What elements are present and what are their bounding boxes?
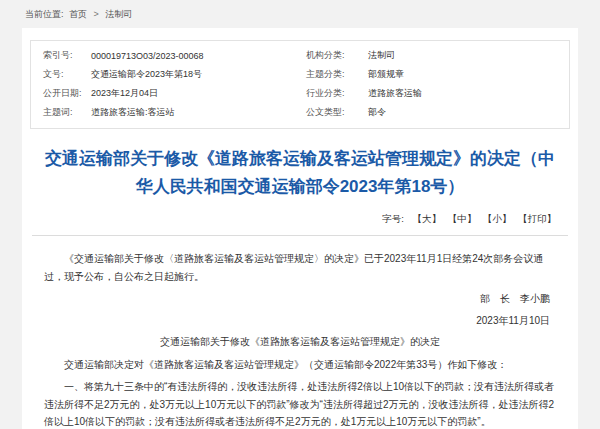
amendment-item-1: 一、将第九十三条中的“有违法所得的，没收违法所得，处违法所得2倍以上10倍以下的…: [44, 378, 556, 429]
minister-signature: 部 长 李小鹏: [44, 290, 556, 308]
font-size-large-button[interactable]: 【大】: [413, 213, 442, 224]
meta-value-doc-number: 交通运输部令2023年第18号: [91, 68, 306, 81]
document-meta-table: 索引号: 000019713O03/2023-00068 机构分类: 法制司 文…: [30, 40, 570, 129]
meta-row-index-number: 索引号: 000019713O03/2023-00068 机构分类: 法制司: [31, 46, 569, 65]
meta-value-keywords: 道路旅客运输:客运站: [91, 106, 306, 119]
meta-label-doc-number: 文号:: [31, 68, 91, 81]
breadcrumb-section-link[interactable]: 法制司: [105, 9, 132, 19]
page-title: 交通运输部关于修改《道路旅客运输及客运站管理规定》的决定（中华人民共和国交通运输…: [44, 145, 556, 201]
breadcrumb-home-link[interactable]: 首页: [69, 9, 87, 19]
announcement-paragraph: 《交通运输部关于修改〈道路旅客运输及客运站管理规定〉的决定》已于2023年11月…: [44, 250, 556, 285]
meta-value-topic-category: 部颁规章: [368, 68, 569, 81]
decision-subtitle: 交通运输部关于修改《道路旅客运输及客运站管理规定》的决定: [44, 333, 556, 351]
meta-label-keywords: 主题词:: [31, 106, 91, 119]
font-size-medium-button[interactable]: 【中】: [448, 213, 477, 224]
font-size-small-button[interactable]: 【小】: [483, 213, 512, 224]
breadcrumb-separator: >: [94, 9, 99, 19]
meta-value-industry-category: 道路旅客运输: [368, 87, 569, 100]
meta-row-keywords: 主题词: 道路旅客运输:客运站 公文类型: 部令: [31, 103, 569, 122]
breadcrumb: 当前位置: 首页 > 法制司: [0, 0, 600, 28]
document-body: 《交通运输部关于修改〈道路旅客运输及客运站管理规定〉的决定》已于2023年11月…: [30, 236, 570, 429]
meta-label-industry-category: 行业分类:: [306, 87, 368, 100]
font-size-label: 字号:: [382, 213, 404, 224]
meta-value-publish-date: 2023年12月04日: [91, 87, 306, 100]
intro-paragraph: 交通运输部决定对《道路旅客运输及客运站管理规定》（交通运输部令2022年第33号…: [44, 356, 556, 374]
signature-date: 2023年11月10日: [44, 312, 556, 330]
font-size-controls: 字号: 【大】 【中】 【小】 【打印】: [32, 213, 568, 236]
meta-value-index-number: 000019713O03/2023-00068: [91, 51, 306, 61]
meta-row-doc-number: 文号: 交通运输部令2023年第18号 主题分类: 部颁规章: [31, 65, 569, 84]
meta-label-publish-date: 公开日期:: [31, 87, 91, 100]
meta-label-doc-type: 公文类型:: [306, 106, 368, 119]
meta-row-publish-date: 公开日期: 2023年12月04日 行业分类: 道路旅客运输: [31, 84, 569, 103]
meta-value-agency-category: 法制司: [368, 49, 569, 62]
breadcrumb-prefix: 当前位置:: [25, 9, 64, 19]
print-button[interactable]: 【打印】: [518, 213, 556, 224]
meta-label-topic-category: 主题分类:: [306, 68, 368, 81]
meta-label-agency-category: 机构分类:: [306, 49, 368, 62]
meta-label-index-number: 索引号:: [31, 49, 91, 62]
meta-value-doc-type: 部令: [368, 106, 569, 119]
document-card: 索引号: 000019713O03/2023-00068 机构分类: 法制司 文…: [22, 28, 578, 429]
